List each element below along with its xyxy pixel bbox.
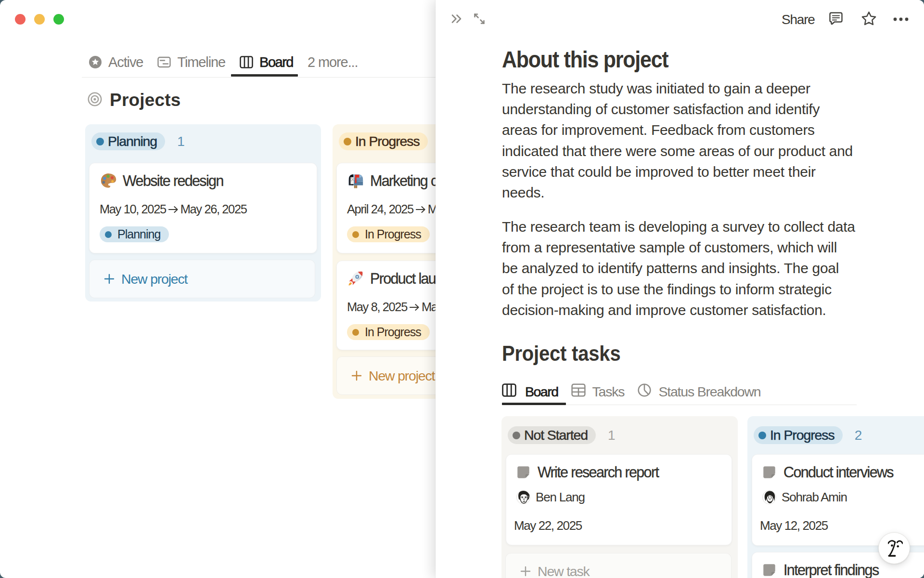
card-status-tag: In Progress bbox=[347, 226, 430, 242]
view-tab-timeline[interactable]: Timeline bbox=[152, 49, 231, 76]
project-card-website-redesign[interactable]: Website redesign May 10, 2025May 26, 202… bbox=[89, 163, 317, 253]
tag-label: In Progress bbox=[365, 227, 421, 241]
board-columns-icon bbox=[240, 55, 253, 69]
new-project-button[interactable]: New project bbox=[89, 260, 315, 298]
status-dot bbox=[96, 138, 104, 145]
date-end: May 26, 2025 bbox=[180, 202, 247, 216]
column-header: In Progress 2 bbox=[754, 426, 862, 444]
peek-toolbar-left bbox=[450, 13, 486, 25]
card-status-tag: In Progress bbox=[347, 324, 430, 340]
comments-icon[interactable] bbox=[828, 11, 844, 26]
date-end: Ma bbox=[422, 300, 437, 314]
bullseye-icon bbox=[88, 92, 102, 108]
status-dot bbox=[352, 231, 359, 238]
column-status-pill[interactable]: In Progress bbox=[754, 426, 843, 444]
close-window-button[interactable] bbox=[15, 14, 26, 25]
card-dates: April 24, 2025M bbox=[347, 202, 437, 216]
assignee-avatar bbox=[516, 490, 530, 504]
column-name: Planning bbox=[108, 133, 157, 149]
page-title[interactable]: Projects bbox=[110, 90, 181, 110]
close-peek-icon[interactable] bbox=[450, 13, 463, 25]
card-title-row: Website redesign bbox=[100, 170, 223, 191]
active-tab-underline bbox=[502, 403, 566, 405]
status-dot bbox=[105, 231, 112, 238]
assignee-name: Ben Lang bbox=[536, 490, 585, 505]
share-button[interactable]: Share bbox=[782, 12, 815, 27]
card-date: May 22, 2025 bbox=[514, 518, 582, 533]
card-title: Conduct interviews bbox=[783, 464, 893, 481]
more-options-icon[interactable] bbox=[893, 11, 909, 27]
view-tab-board[interactable]: Board bbox=[234, 49, 299, 76]
peek-page-title: About this project bbox=[502, 47, 668, 73]
tag-label: Planning bbox=[117, 227, 160, 241]
column-header: Not Started 1 bbox=[508, 426, 616, 444]
column-status-pill[interactable]: Not Started bbox=[508, 426, 596, 444]
card-assignee: Ben Lang bbox=[516, 490, 585, 504]
db-tab-label: Board bbox=[525, 384, 558, 400]
notion-ai-button[interactable] bbox=[878, 532, 910, 564]
card-title: Product laun bbox=[370, 270, 443, 287]
task-column-not-started: Not Started 1 Write research report Ben … bbox=[501, 416, 738, 578]
view-tab-active[interactable]: Active bbox=[83, 49, 149, 76]
page-icon bbox=[517, 466, 530, 479]
db-tab-tasks[interactable]: Tasks bbox=[571, 383, 625, 401]
new-project-label: New project bbox=[369, 368, 435, 384]
column-count: 1 bbox=[608, 428, 616, 443]
rocket-emoji bbox=[347, 270, 364, 287]
page-title-row: Projects bbox=[88, 90, 181, 111]
task-card-write-research-report[interactable]: Write research report Ben Lang May 22, 2… bbox=[506, 454, 732, 545]
favorite-star-icon[interactable] bbox=[861, 11, 877, 26]
card-dates: May 10, 2025May 26, 2025 bbox=[100, 202, 246, 216]
column-name: Not Started bbox=[524, 427, 588, 443]
arrow-right-icon bbox=[168, 205, 179, 214]
db-tab-label: Tasks bbox=[592, 384, 625, 400]
column-header: Planning 1 bbox=[91, 132, 185, 150]
artist-palette-emoji bbox=[100, 172, 116, 189]
arrow-right-icon bbox=[415, 205, 426, 214]
ai-face-icon bbox=[888, 540, 903, 557]
minimize-window-button[interactable] bbox=[34, 14, 45, 25]
column-name: In Progress bbox=[355, 133, 420, 149]
status-dot bbox=[758, 432, 766, 439]
active-tab-underline bbox=[231, 74, 298, 77]
view-tab-label: Timeline bbox=[177, 54, 225, 70]
card-date: May 12, 2025 bbox=[760, 518, 828, 533]
column-status-pill[interactable]: In Progress bbox=[339, 132, 428, 150]
star-circle-icon bbox=[89, 55, 102, 69]
assignee-name: Sohrab Amin bbox=[782, 490, 847, 505]
card-assignee: Sohrab Amin bbox=[762, 490, 847, 504]
card-title-row: Conduct interviews bbox=[763, 461, 893, 483]
page-icon bbox=[763, 466, 776, 479]
column-count: 2 bbox=[855, 428, 862, 443]
date-start: April 24, 2025 bbox=[347, 202, 413, 216]
window-controls bbox=[15, 14, 64, 25]
date-start: May 10, 2025 bbox=[100, 202, 166, 216]
card-title: Write research report bbox=[538, 464, 658, 481]
db-tab-status-breakdown[interactable]: Status Breakdown bbox=[637, 383, 760, 401]
expand-peek-icon[interactable] bbox=[473, 13, 486, 25]
open-mailbox-emoji bbox=[347, 172, 364, 189]
view-tab-2-more[interactable]: 2 more... bbox=[302, 49, 364, 76]
app-window: Active Timeline Board 2 more... Projects bbox=[0, 0, 924, 578]
view-tab-label: Board bbox=[259, 54, 293, 70]
status-dot bbox=[513, 432, 520, 439]
pie-chart-icon bbox=[637, 383, 652, 401]
zoom-window-button[interactable] bbox=[53, 14, 64, 25]
database-view-tabs: Board Tasks Status Breakdown bbox=[502, 379, 761, 405]
side-peek-panel: Share About this project The research st… bbox=[436, 0, 924, 578]
card-title-row: Marketing c bbox=[347, 170, 437, 191]
task-card-conduct-interviews[interactable]: Conduct interviews Sohrab Amin May 12, 2… bbox=[752, 454, 924, 546]
card-title-row: Product laun bbox=[347, 268, 443, 289]
tag-label: In Progress bbox=[365, 325, 421, 339]
section-title: Project tasks bbox=[502, 342, 620, 366]
card-title: Interpret findings bbox=[783, 562, 879, 578]
card-title-row: Interpret findings bbox=[763, 559, 879, 578]
column-name: In Progress bbox=[770, 427, 834, 443]
view-tab-label: 2 more... bbox=[308, 54, 358, 70]
status-dot bbox=[352, 329, 359, 336]
column-status-pill[interactable]: Planning bbox=[91, 132, 165, 150]
new-task-button[interactable]: New task bbox=[505, 553, 732, 578]
about-paragraph-1: The research study was initiated to gain… bbox=[502, 78, 897, 203]
db-tab-board[interactable]: Board bbox=[502, 383, 558, 401]
date-start: May 8, 2025 bbox=[347, 300, 407, 314]
